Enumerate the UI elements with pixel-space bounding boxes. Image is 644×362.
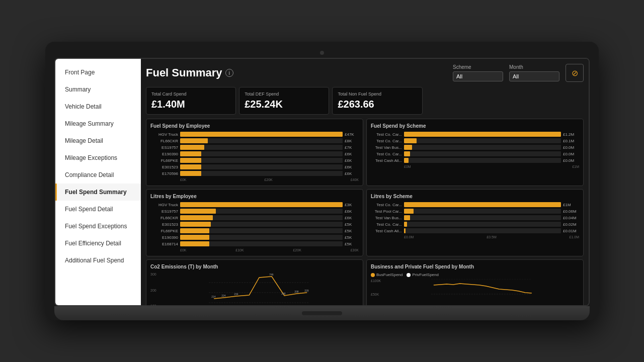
kpi-value-non-fuel-spend: £263.66 bbox=[338, 99, 417, 110]
scheme-bars: Test Co. Car... £1.2M Test Co. Car... £0… bbox=[371, 132, 579, 168]
litres-bar-fl66ckr: FL66CKR £6K bbox=[150, 215, 359, 220]
co2-by-month-chart: Co2 Emissions (T) by Month 300 200 100 bbox=[146, 259, 363, 305]
sidebar-item-summary[interactable]: Summary bbox=[55, 81, 141, 98]
kpi-card-def-spend: Total DEF Spend £25.24K bbox=[239, 87, 329, 115]
info-icon[interactable]: i bbox=[225, 69, 233, 77]
sidebar-item-fuel-spend-summary[interactable]: Fuel Spend Summary bbox=[55, 184, 141, 201]
legend-bus-fuel: BusFuelSpend bbox=[371, 273, 403, 277]
scheme-select[interactable]: All bbox=[453, 71, 503, 81]
scheme-row-1: Test Co. Car... £1.2M bbox=[371, 132, 579, 137]
sidebar-item-fuel-efficiency-detail[interactable]: Fuel Efficiency Detail bbox=[55, 235, 141, 252]
svg-text:246: 246 bbox=[281, 292, 286, 295]
scheme-filter-group: Scheme All bbox=[453, 64, 503, 81]
sidebar-item-vehicle-detail[interactable]: Vehicle Detail bbox=[55, 98, 141, 115]
kpi-value-card-spend: £1.40M bbox=[151, 99, 230, 110]
business-private-title: Business and Private Fuel Spend by Month bbox=[371, 264, 579, 269]
svg-text:208: 208 bbox=[294, 290, 299, 293]
sidebar-item-fuel-spend-detail[interactable]: Fuel Spend Detail bbox=[55, 201, 141, 218]
litres-scheme-row-1: Test Co. Car... £1M bbox=[371, 202, 579, 207]
fuel-employee-bars: HGV Truck £47K FL66CKR £8K ES19757 bbox=[150, 132, 359, 182]
legend-priv-fuel: PrivFuelSpend bbox=[407, 273, 438, 277]
kpi-row: Total Card Spend £1.40M Total DEF Spend … bbox=[146, 87, 584, 115]
bar-row-e301523: E301523 £6K bbox=[150, 164, 359, 169]
month-filter-group: Month All bbox=[509, 64, 559, 81]
laptop-base bbox=[54, 306, 590, 320]
business-private-chart: Business and Private Fuel Spend by Month… bbox=[366, 259, 584, 305]
page-header: Fuel Summary i Scheme All Month bbox=[146, 64, 584, 82]
litres-scheme-row-4: Test Co. Car... £0.02M bbox=[371, 222, 579, 227]
fuel-spend-by-scheme-chart: Fuel Spend by Scheme Test Co. Car... £1.… bbox=[366, 119, 584, 186]
co2-svg: 214 224 234 746 246 208 229 bbox=[159, 273, 359, 305]
sidebar-item-fuel-spend-exceptions[interactable]: Fuel Spend Exceptions bbox=[55, 218, 141, 235]
sidebar-item-compliance-detail[interactable]: Compliance Detail bbox=[55, 166, 141, 184]
litres-bar-hgv: HGV Truck £3K bbox=[150, 202, 359, 207]
page-title: Fuel Summary i bbox=[146, 66, 233, 79]
scheme-row-2: Test Co. Car... £0.1M bbox=[371, 138, 579, 143]
scheme-label: Scheme bbox=[453, 64, 503, 70]
sidebar-item-mileage-summary[interactable]: Mileage Summary bbox=[55, 115, 141, 132]
laptop-frame: Front Page Summary Vehicle Detail Mileag… bbox=[45, 42, 599, 320]
kpi-label-non-fuel-spend: Total Non Fuel Spend bbox=[338, 92, 417, 97]
litres-scheme-row-5: Test Cash All... £0.01M bbox=[371, 228, 579, 233]
svg-text:214: 214 bbox=[211, 295, 216, 298]
bar-row-fl66pke: FL66PKE £6K bbox=[150, 158, 359, 163]
month-select[interactable]: All bbox=[509, 71, 559, 81]
litres-by-scheme-chart: Litres by Scheme Test Co. Car... £1M Tes… bbox=[366, 189, 584, 256]
chart-grid-2: Co2 Emissions (T) by Month 300 200 100 bbox=[146, 259, 584, 305]
kpi-value-def-spend: £25.24K bbox=[245, 99, 324, 110]
fuel-spend-by-employee-chart: Fuel Spend by Employee HGV Truck £47K FL… bbox=[146, 119, 363, 186]
svg-text:224: 224 bbox=[221, 294, 226, 297]
litres-scheme-bars: Test Co. Car... £1M Test Pool Car... £0.… bbox=[371, 202, 579, 239]
litres-bar-e190390: E190390 £5K bbox=[150, 235, 359, 240]
business-private-legend: BusFuelSpend PrivFuelSpend bbox=[371, 273, 579, 277]
sidebar-item-additional-fuel-spend[interactable]: Additional Fuel Spend bbox=[55, 252, 141, 269]
litres-scheme-row-3: Test Van Bus... £0.04M bbox=[371, 215, 579, 220]
co2-by-month-title: Co2 Emissions (T) by Month bbox=[150, 264, 359, 269]
sidebar: Front Page Summary Vehicle Detail Mileag… bbox=[55, 59, 141, 305]
kpi-label-def-spend: Total DEF Spend bbox=[245, 92, 324, 97]
chart-grid: Fuel Spend by Employee HGV Truck £47K FL… bbox=[146, 119, 584, 256]
laptop-camera bbox=[320, 51, 324, 55]
bar-row-fl66ckr: FL66CKR £8K bbox=[150, 138, 359, 143]
litres-bar-e168714: E168714 £5K bbox=[150, 241, 359, 246]
co2-svg-container: 214 224 234 746 246 208 229 bbox=[159, 273, 359, 305]
sidebar-item-front-page[interactable]: Front Page bbox=[55, 64, 141, 81]
kpi-label-card-spend: Total Card Spend bbox=[151, 92, 230, 97]
bar-row-e190390: E190390 £6K bbox=[150, 151, 359, 156]
svg-text:234: 234 bbox=[234, 293, 238, 296]
filter-icon: ⊘ bbox=[572, 68, 578, 78]
laptop-notch bbox=[302, 311, 342, 315]
filters-bar: Scheme All Month All ⊘ bbox=[453, 64, 584, 82]
litres-employee-bars: HGV Truck £3K ES19757 £6K FL66CKR bbox=[150, 202, 359, 252]
svg-text:746: 746 bbox=[269, 273, 274, 276]
litres-by-scheme-title: Litres by Scheme bbox=[371, 194, 579, 199]
litres-scheme-row-2: Test Pool Car... £0.06M bbox=[371, 209, 579, 214]
filter-button[interactable]: ⊘ bbox=[566, 64, 584, 82]
litres-bar-e301523: E301523 £5K bbox=[150, 222, 359, 227]
litres-bar-fl66pke: FL66PKE £5K bbox=[150, 228, 359, 233]
litres-by-employee-chart: Litres by Employee HGV Truck £3K ES19757… bbox=[146, 189, 363, 256]
fuel-spend-by-employee-title: Fuel Spend by Employee bbox=[150, 123, 359, 129]
business-private-svg-container bbox=[384, 279, 579, 305]
kpi-card-card-spend: Total Card Spend £1.40M bbox=[146, 87, 236, 115]
scheme-row-3: Test Van Bus... £0.0M bbox=[371, 145, 579, 150]
sidebar-item-mileage-detail[interactable]: Mileage Detail bbox=[55, 132, 141, 149]
svg-text:229: 229 bbox=[304, 289, 309, 292]
bar-row-hgv: HGV Truck £47K bbox=[150, 132, 359, 137]
bar-row-e170596: E170596 £6K bbox=[150, 171, 359, 176]
litres-bar-es19757: ES19757 £6K bbox=[150, 209, 359, 214]
main-content: Fuel Summary i Scheme All Month bbox=[141, 59, 589, 305]
litres-by-employee-title: Litres by Employee bbox=[150, 194, 359, 199]
business-private-svg bbox=[384, 279, 579, 305]
month-label: Month bbox=[509, 64, 559, 70]
scheme-row-4: Test Co. Car... £0.0M bbox=[371, 151, 579, 156]
scheme-row-5: Test Cash All... £0.0M bbox=[371, 158, 579, 163]
kpi-card-non-fuel-spend: Total Non Fuel Spend £263.66 bbox=[332, 87, 422, 115]
bar-row-es19757: ES19757 £7K bbox=[150, 145, 359, 150]
fuel-spend-by-scheme-title: Fuel Spend by Scheme bbox=[371, 123, 579, 129]
laptop-screen: Front Page Summary Vehicle Detail Mileag… bbox=[54, 58, 590, 306]
sidebar-item-mileage-exceptions[interactable]: Mileage Exceptions bbox=[55, 149, 141, 166]
